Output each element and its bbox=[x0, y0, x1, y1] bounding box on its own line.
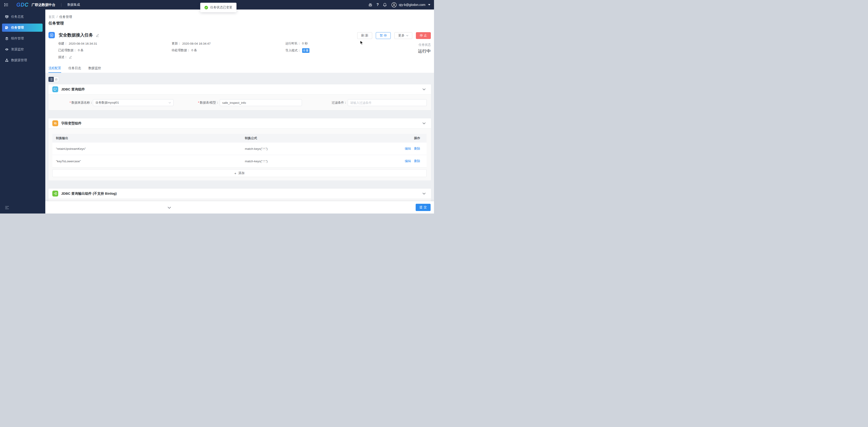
updated-label: 更新： bbox=[172, 41, 181, 46]
tab-bar: 流程配置 任务日志 数据监控 bbox=[49, 66, 101, 73]
collapse-chevron-icon[interactable] bbox=[423, 88, 426, 90]
jdbc-query-icon bbox=[52, 86, 58, 92]
delete-row-link[interactable]: 删除 bbox=[414, 147, 420, 151]
footer-bar: 提 交 bbox=[45, 201, 434, 214]
created-label: 创建： bbox=[58, 41, 67, 46]
task-description: 描述： bbox=[58, 55, 72, 59]
breadcrumb-separator: / bbox=[57, 15, 58, 19]
tab-flow-config[interactable]: 流程配置 bbox=[49, 66, 61, 73]
edit-row-link[interactable]: 编辑 bbox=[405, 147, 411, 151]
card-title: 字段变型组件 bbox=[61, 121, 420, 125]
toast-message: 任务状态已变更 bbox=[210, 5, 232, 9]
layers-icon bbox=[5, 37, 9, 40]
panel-collapse-chevron-icon[interactable] bbox=[167, 205, 171, 210]
row-formula: match-keys(".*.") bbox=[241, 160, 386, 163]
more-button-label: 更多 bbox=[398, 33, 405, 38]
sidebar-item-label: 资源监控 bbox=[11, 47, 24, 52]
pending-label: 待处理数据： bbox=[172, 48, 190, 52]
topbar-nav-data-integration[interactable]: 数据集成 bbox=[67, 3, 80, 7]
collapse-chevron-icon[interactable] bbox=[423, 193, 426, 195]
task-updated: 更新：2020-08-04 16:34:47 bbox=[172, 41, 211, 46]
datasource-select[interactable]: 业务数据mysql01 bbox=[93, 99, 174, 106]
chevron-down-icon bbox=[168, 102, 171, 104]
stop-button[interactable]: 停 止 bbox=[416, 32, 431, 39]
table-model-label: *数据表/模型： bbox=[175, 99, 219, 106]
task-created: 创建：2020-08-04 16:34:31 bbox=[58, 41, 97, 46]
tab-data-monitor[interactable]: 数据监控 bbox=[88, 66, 101, 73]
import-mode-label: 导入模式： bbox=[285, 49, 301, 53]
card-title: JDBC 查询输出组件 (不支持 Binlog) bbox=[61, 192, 420, 196]
task-action-buttons: 刷 新 暂 停 更多 停 止 bbox=[357, 32, 431, 39]
avatar[interactable] bbox=[392, 2, 397, 7]
task-status: 任务状态 运行中 bbox=[418, 43, 431, 54]
task-name: 安全数据接入任务 bbox=[59, 32, 93, 38]
description-label: 描述： bbox=[58, 55, 67, 59]
product-name: 广联达数据中台 bbox=[31, 3, 55, 7]
jdbc-output-card: JDBC 查询输出组件 (不支持 Binlog) bbox=[48, 188, 431, 201]
app-root: GDC 广联达数据中台 数据集成 ? bbox=[0, 0, 434, 214]
user-email[interactable]: qiy-b@glodon.com bbox=[399, 3, 425, 6]
sidebar-item-component-management[interactable]: 组件管理 bbox=[2, 34, 42, 42]
field-transform-icon bbox=[52, 120, 58, 126]
table-row: "keyToLowercase" match-keys(".*.") 编辑 删除 bbox=[52, 155, 427, 168]
datasource-select-value: 业务数据mysql01 bbox=[95, 101, 168, 105]
menu-collapse-icon[interactable] bbox=[4, 3, 8, 6]
jdbc-query-card-header[interactable]: JDBC 查询组件 bbox=[49, 84, 431, 94]
column-header-formula: 转换公式 bbox=[241, 136, 386, 140]
edit-task-name-icon[interactable] bbox=[96, 33, 99, 37]
user-menu-caret-icon[interactable] bbox=[428, 4, 430, 5]
collapse-chevron-icon[interactable] bbox=[423, 122, 426, 124]
sidebar-item-datasource-management[interactable]: 数据源管理 bbox=[2, 56, 42, 64]
tab-task-log[interactable]: 任务日志 bbox=[68, 66, 81, 73]
import-mode-badge: 全量 bbox=[302, 48, 309, 53]
sidebar-item-resource-monitor[interactable]: 资源监控 bbox=[2, 45, 42, 54]
field-transform-card-header[interactable]: 字段变型组件 bbox=[49, 118, 431, 128]
sidebar-item-label: 组件管理 bbox=[11, 36, 24, 40]
bug-report-icon[interactable] bbox=[368, 3, 372, 7]
table-model-input[interactable] bbox=[220, 99, 302, 106]
add-transform-button[interactable]: + 添加 bbox=[52, 169, 427, 177]
help-icon[interactable]: ? bbox=[376, 3, 379, 7]
status-value: 运行中 bbox=[418, 48, 431, 54]
breadcrumb-home[interactable]: 首页 bbox=[49, 15, 55, 19]
eye-icon bbox=[5, 48, 9, 51]
processed-label: 已处理数据： bbox=[58, 48, 76, 52]
sidebar-item-label: 数据源管理 bbox=[11, 58, 27, 62]
breadcrumb-current: 任务管理 bbox=[59, 15, 72, 19]
status-label: 任务状态 bbox=[418, 43, 431, 47]
field-transform-card-body: 转换输出 转换公式 操作 "retainUpstreamKeys" match-… bbox=[49, 128, 431, 180]
refresh-button[interactable]: 刷 新 bbox=[357, 32, 372, 39]
task-runtime: 运行时长：0 秒 bbox=[285, 41, 308, 46]
pending-value: 0 条 bbox=[191, 48, 197, 52]
row-formula: match-keys(".*.") bbox=[241, 147, 386, 150]
delete-row-link[interactable]: 删除 bbox=[414, 159, 420, 163]
breadcrumb: 首页/任务管理 bbox=[49, 15, 72, 19]
code-view-toggle[interactable]: {/} bbox=[54, 77, 59, 82]
more-button[interactable]: 更多 bbox=[394, 32, 412, 39]
plus-icon: + bbox=[235, 171, 237, 175]
runtime-value: 0 秒 bbox=[302, 41, 308, 46]
edit-row-link[interactable]: 编辑 bbox=[405, 159, 411, 163]
processed-value: 0 条 bbox=[78, 48, 84, 52]
pause-button[interactable]: 暂 停 bbox=[376, 32, 391, 39]
import-task-icon bbox=[49, 32, 55, 38]
filter-label: 过滤条件： bbox=[304, 99, 347, 106]
column-header-output: 转换输出 bbox=[52, 136, 241, 140]
task-import-mode: 导入模式：全量 bbox=[285, 48, 309, 53]
sidebar-item-label: 任务总览 bbox=[11, 15, 24, 19]
filter-input[interactable] bbox=[348, 99, 427, 106]
list-view-toggle[interactable] bbox=[49, 77, 54, 82]
edit-description-icon[interactable] bbox=[69, 56, 72, 59]
bell-icon[interactable] bbox=[383, 3, 387, 7]
sidebar-collapse-icon[interactable] bbox=[5, 206, 9, 210]
card-title: JDBC 查询组件 bbox=[61, 87, 420, 91]
sidebar-item-task-overview[interactable]: 任务总览 bbox=[2, 13, 42, 21]
runtime-label: 运行时长： bbox=[285, 41, 301, 46]
page-title: 任务管理 bbox=[49, 21, 64, 26]
code-view-label: {/} bbox=[55, 78, 57, 81]
sidebar-item-task-management[interactable]: 任务管理 bbox=[2, 24, 42, 32]
table-row: "retainUpstreamKeys" match-keys(".*.") 编… bbox=[52, 143, 427, 155]
submit-button[interactable]: 提 交 bbox=[416, 204, 431, 211]
jdbc-output-card-header[interactable]: JDBC 查询输出组件 (不支持 Binlog) bbox=[49, 189, 431, 199]
datasource-label: *数据来源名称： bbox=[53, 99, 93, 106]
